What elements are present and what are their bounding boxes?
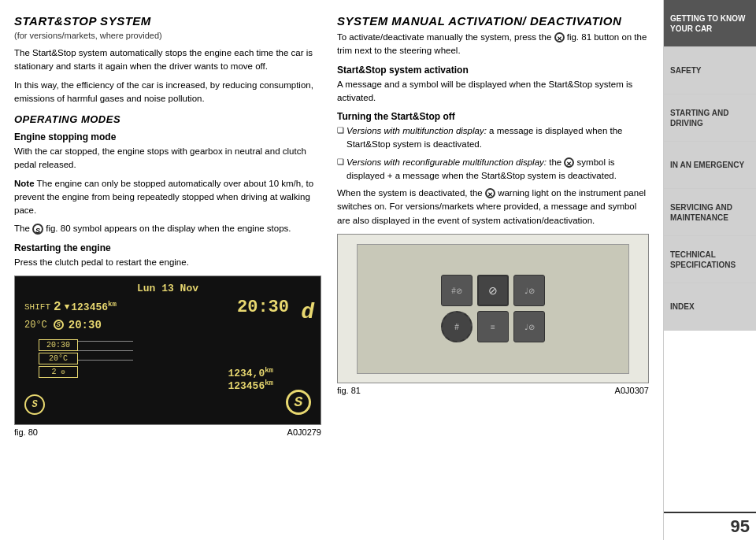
symbol-text: The S The fig. 80 symbol appears on the … <box>14 222 321 235</box>
fig80-label-row: fig. 80 A0J0279 <box>14 427 321 437</box>
left-subtitle: (for versions/markets, where provided) <box>14 31 321 40</box>
dash-time: 20:30 <box>237 298 289 317</box>
fig81-container: #⊘ ⊘ ♩⊘ # ≡ ♩⊘ <box>337 234 649 383</box>
note-block: Note The engine can only be stopped auto… <box>14 177 321 218</box>
engine-stopping-heading: Engine stopping mode <box>14 131 321 142</box>
sidebar-item-starting-driving-label: STARTING AND DRIVING <box>670 108 750 128</box>
fig81-label: fig. 81 <box>337 386 361 395</box>
connector-line-1 <box>78 341 133 342</box>
sidebar-item-starting-driving[interactable]: STARTING AND DRIVING <box>664 94 756 142</box>
right-intro: To activate/deactivate manually the syst… <box>337 31 649 58</box>
left-column: START&STOP SYSTEM (for versions/markets,… <box>14 14 321 532</box>
left-intro-p1: The Start&Stop system automatically stop… <box>14 46 321 74</box>
btn-lines: ≡ <box>477 311 509 342</box>
note-content: The engine can only be stopped automatic… <box>14 179 313 216</box>
dash-date: Lun 13 Nov <box>21 283 314 294</box>
dash-km-values: 1234,0km 123456km <box>228 367 273 393</box>
sidebar-item-safety-label: SAFETY <box>670 65 701 76</box>
fig80-container: Lun 13 Nov SHIFT 2 ▼ 123456km 20:30 d 20… <box>14 276 321 425</box>
right-column: SYSTEM MANUAL ACTIVATION/ DEACTIVATION T… <box>337 14 649 532</box>
dash-s-circle-left: S <box>24 394 45 415</box>
shift-label: SHIFT <box>24 302 50 312</box>
dash-s-icon: S <box>54 320 64 330</box>
bullet2-prefix: Versions with reconfigurable multifuncti… <box>346 157 547 167</box>
fig81-code: A0J0307 <box>615 386 649 395</box>
dashboard: Lun 13 Nov SHIFT 2 ▼ 123456km 20:30 d 20… <box>15 276 321 424</box>
engine-stopping-p: With the car stopped, the engine stops w… <box>14 145 321 172</box>
restarting-heading: Restarting the engine <box>14 242 321 253</box>
sidebar-item-emergency-label: IN AN EMERGENCY <box>670 160 744 170</box>
dash-odometer: 123456km <box>71 301 117 313</box>
fig80-label: fig. 80 <box>14 427 38 437</box>
btn-hash: #⊘ <box>441 275 472 306</box>
sidebar-item-index[interactable]: INDEX <box>664 283 756 331</box>
sidebar-item-emergency[interactable]: IN AN EMERGENCY <box>664 142 756 189</box>
connector-line-3 <box>78 360 133 361</box>
note-label: Note <box>14 179 35 188</box>
left-intro-p2: In this way, the efficiency of the car i… <box>14 79 321 106</box>
sidebar-item-technical[interactable]: TECHNICAL SPECIFICATIONS <box>664 236 756 283</box>
activation-heading: Start&Stop system activation <box>337 65 649 76</box>
btn-music: ♩⊘ <box>513 275 545 306</box>
dash-temp: 20°C <box>24 320 47 331</box>
fig81-panel: #⊘ ⊘ ♩⊘ # ≡ ♩⊘ <box>357 244 630 374</box>
activation-text: A message and a symbol will be displayed… <box>337 78 649 105</box>
bullet2: Versions with reconfigurable multifuncti… <box>337 156 649 183</box>
btn-hash2: # <box>441 311 472 342</box>
bullet1-prefix: Versions with multifunction display: <box>346 126 487 135</box>
operating-modes-title: OPERATING MODES <box>14 113 321 125</box>
bullet1: Versions with multifunction display: a m… <box>337 124 649 152</box>
dash-time2: 20:30 <box>69 319 102 331</box>
dash-gear: 2 <box>54 300 61 314</box>
main-content: START&STOP SYSTEM (for versions/markets,… <box>0 0 663 540</box>
sidebar: GETTING TO KNOW YOUR CAR SAFETY STARTING… <box>663 0 756 540</box>
sidebar-item-servicing[interactable]: SERVICING AND MAINTENANCE <box>664 189 756 236</box>
sidebar-item-servicing-label: SERVICING AND MAINTENANCE <box>670 202 750 223</box>
restarting-text: Press the clutch pedal to restart the en… <box>14 256 321 269</box>
fig80-code: A0J0279 <box>287 427 321 437</box>
dash-letter-d: d <box>301 300 314 324</box>
page-number: 95 <box>731 516 750 537</box>
dash-arrow-down: ▼ <box>65 302 70 312</box>
right-main-title: SYSTEM MANUAL ACTIVATION/ DEACTIVATION <box>337 14 649 28</box>
sidebar-item-safety[interactable]: SAFETY <box>664 47 756 94</box>
sidebar-item-getting-to-know-label: GETTING TO KNOW YOUR CAR <box>670 13 750 34</box>
dash-left-boxes: 20:30 20°C 2 ⚙ <box>39 339 78 378</box>
deactivation-text: When the system is deactivated, the ✕ wa… <box>337 187 649 227</box>
btn-music2: ♩⊘ <box>513 311 545 342</box>
sidebar-item-index-label: INDEX <box>670 301 695 312</box>
sidebar-item-technical-label: TECHNICAL SPECIFICATIONS <box>670 250 750 270</box>
left-main-title: START&STOP SYSTEM <box>14 14 321 28</box>
connector-line-2 <box>78 350 133 351</box>
turning-off-heading: Turning the Start&Stop off <box>337 111 649 122</box>
button-grid: #⊘ ⊘ ♩⊘ # ≡ ♩⊘ <box>435 268 551 349</box>
fig81-label-row: fig. 81 A0J0307 <box>337 386 649 395</box>
dash-s-circle: S <box>286 390 311 415</box>
btn-no-entry: ⊘ <box>477 275 509 306</box>
page-number-area: 95 <box>664 512 756 540</box>
sidebar-item-getting-to-know[interactable]: GETTING TO KNOW YOUR CAR <box>664 0 756 47</box>
